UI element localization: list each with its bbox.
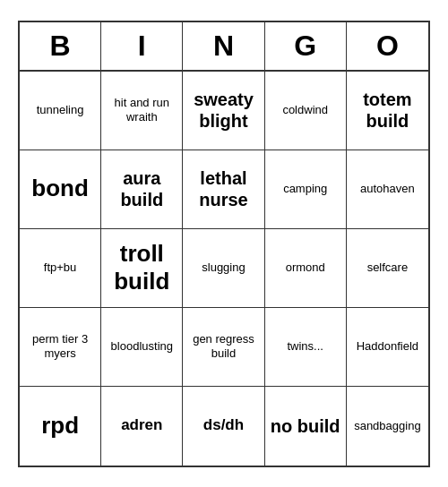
bingo-cell: lethal nurse <box>183 150 264 229</box>
bingo-header-letter: B <box>20 22 101 70</box>
bingo-cell-text: camping <box>283 182 327 196</box>
bingo-cell-text: totem build <box>350 89 425 132</box>
bingo-header-letter: I <box>101 22 183 70</box>
bingo-cell: twins... <box>265 308 347 387</box>
bingo-cell: perm tier 3 myers <box>20 308 101 387</box>
bingo-cell: coldwind <box>265 72 347 150</box>
bingo-cell: no build <box>265 387 347 466</box>
bingo-cell-text: slugging <box>202 261 245 275</box>
bingo-cell-text: hit and run wraith <box>105 96 178 124</box>
bingo-cell: ds/dh <box>183 387 264 466</box>
bingo-cell-text: autohaven <box>360 182 415 196</box>
bingo-cell-text: lethal nurse <box>186 167 260 210</box>
bingo-cell-text: adren <box>121 416 162 434</box>
bingo-cell: slugging <box>183 229 264 308</box>
bingo-cell-text: perm tier 3 myers <box>23 332 97 360</box>
bingo-cell: selfcare <box>347 229 428 308</box>
bingo-card: BINGO tunnelinghit and run wraithsweaty … <box>18 21 430 467</box>
bingo-cell: Haddonfield <box>347 308 428 387</box>
bingo-grid: tunnelinghit and run wraithsweaty blight… <box>20 72 428 466</box>
bingo-cell-text: Haddonfield <box>357 339 418 354</box>
bingo-cell: sandbagging <box>347 387 428 466</box>
bingo-cell-text: bloodlusting <box>111 339 173 354</box>
bingo-header-letter: G <box>265 22 347 70</box>
bingo-cell: tunneling <box>20 72 101 150</box>
bingo-cell-text: ds/dh <box>203 416 244 434</box>
bingo-cell-text: rpd <box>41 412 79 440</box>
bingo-cell: rpd <box>20 387 101 466</box>
bingo-cell: gen regress build <box>183 308 264 387</box>
bingo-cell-text: coldwind <box>282 103 328 117</box>
bingo-cell-text: ormond <box>286 261 325 275</box>
bingo-cell-text: no build <box>271 415 340 437</box>
bingo-cell: troll build <box>101 229 183 308</box>
bingo-cell-text: sweaty blight <box>186 89 260 132</box>
bingo-cell-text: twins... <box>287 339 323 354</box>
bingo-header-letter: N <box>183 22 264 70</box>
bingo-cell: sweaty blight <box>183 72 264 150</box>
bingo-cell: camping <box>265 150 347 229</box>
bingo-cell: totem build <box>347 72 428 150</box>
bingo-header: BINGO <box>20 22 428 72</box>
bingo-cell: bond <box>20 150 101 229</box>
bingo-cell-text: sandbagging <box>354 419 420 433</box>
bingo-cell-text: aura build <box>105 167 178 210</box>
bingo-cell-text: troll build <box>105 240 178 295</box>
bingo-cell: bloodlusting <box>101 308 183 387</box>
bingo-cell: autohaven <box>347 150 428 229</box>
bingo-cell-text: ftp+bu <box>44 261 77 275</box>
bingo-cell-text: bond <box>31 175 89 202</box>
bingo-cell: adren <box>101 387 183 466</box>
bingo-cell: ormond <box>265 229 347 308</box>
bingo-cell-text: gen regress build <box>186 332 260 360</box>
bingo-cell: ftp+bu <box>20 229 101 308</box>
bingo-cell: aura build <box>101 150 183 229</box>
bingo-header-letter: O <box>347 22 428 70</box>
bingo-cell-text: tunneling <box>37 103 84 117</box>
bingo-cell-text: selfcare <box>367 261 409 275</box>
bingo-cell: hit and run wraith <box>101 72 183 150</box>
